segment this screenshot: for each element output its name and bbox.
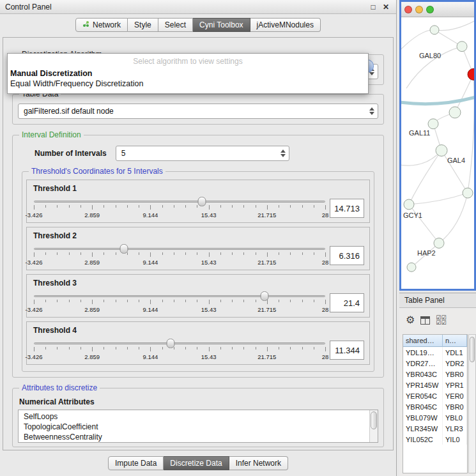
dropdown-option-manual-discretization[interactable]: Manual Discretization	[8, 68, 368, 79]
tab-jactivemnodules[interactable]: jActiveMNodules	[250, 18, 321, 32]
table-row[interactable]: YIL052CYIL0	[403, 434, 467, 445]
tab-style[interactable]: Style	[128, 18, 158, 32]
tab-cyni-toolbox[interactable]: Cyni Toolbox	[193, 18, 250, 32]
table-body: YDL19…YDL1YDR27…YDR2YBR043CYBR0YPR145WYP…	[403, 347, 467, 445]
table-cell[interactable]: YBL079W	[403, 412, 443, 423]
tab-network[interactable]: Network	[75, 18, 128, 32]
threshold-value-input[interactable]: 14.713	[330, 199, 364, 218]
table-row[interactable]: YLR345WYLR3	[403, 423, 467, 434]
threshold-slider[interactable]: -3.4262.8599.14415.4321.71528	[33, 243, 326, 268]
bottom-tab-infer-network[interactable]: Infer Network	[229, 456, 288, 470]
threshold-slider[interactable]: -3.4262.8599.14415.4321.71528	[33, 196, 326, 221]
table-data-combobox[interactable]: galFiltered.sif default node	[18, 104, 378, 119]
slider-track[interactable]	[34, 201, 325, 203]
close-icon[interactable]: ✕	[381, 3, 391, 12]
threshold-label: Threshold 1	[33, 184, 364, 193]
table-row[interactable]: YDR27…YDR2	[403, 358, 467, 369]
threshold-label: Threshold 2	[33, 231, 364, 240]
table-row[interactable]: YBR045CYBR0	[403, 401, 467, 412]
scale-label: 9.144	[143, 353, 158, 360]
numerical-attributes-list[interactable]: SelfLoopsTopologicalCoefficientBetweenne…	[18, 410, 378, 443]
network-node[interactable]	[436, 145, 447, 157]
network-node-selected[interactable]	[468, 68, 474, 80]
table-row[interactable]: YBL079WYBL0	[403, 412, 467, 423]
table-cell[interactable]: YBL0	[443, 412, 467, 423]
slider-track[interactable]	[34, 248, 325, 250]
dropdown-option-equal-width-frequency-discretization[interactable]: Equal Width/Frequency Discretization	[8, 79, 368, 89]
slider-scale-labels: -3.4262.8599.14415.4321.71528	[34, 353, 325, 361]
table-cell[interactable]: YIL0	[443, 434, 467, 445]
table-cell[interactable]: YLR3	[443, 423, 467, 434]
table-cell[interactable]: YIL052C	[403, 434, 443, 445]
table-cell[interactable]: YDL1	[443, 347, 467, 358]
list-item-topologicalcoefficient[interactable]: TopologicalCoefficient	[24, 422, 367, 432]
attributes-scrollbar-thumb[interactable]	[371, 411, 377, 429]
table-row[interactable]: YBR043CYBR0	[403, 369, 467, 380]
select-columns-icon[interactable]: ☑☑ ☑☑	[436, 315, 446, 325]
table-row[interactable]: YPR145WYPR1	[403, 380, 467, 390]
network-node[interactable]	[404, 199, 414, 210]
column-header-name[interactable]: n…	[443, 335, 467, 347]
table-cell[interactable]: YDR27…	[403, 358, 443, 369]
threshold-slider[interactable]: -3.4262.8599.14415.4321.71528	[33, 337, 326, 363]
scale-label: -3.426	[26, 211, 43, 219]
table-data-group: Table Data galFiltered.sif default node	[12, 94, 384, 125]
table-cell[interactable]: YPR1	[443, 380, 467, 390]
float-window-icon[interactable]: □	[368, 3, 378, 12]
slider-ticks	[34, 205, 325, 210]
table-cell[interactable]: YDR2	[443, 358, 467, 369]
network-node[interactable]	[449, 107, 461, 118]
table-panel-header: Table Panel	[399, 293, 476, 308]
close-traffic-light-icon[interactable]	[404, 6, 412, 13]
table-cell[interactable]: YBR043C	[403, 369, 443, 380]
tab-label: Cyni Toolbox	[199, 20, 243, 29]
column-header-shared-name[interactable]: shared…	[403, 335, 443, 347]
table-header-row: shared… n…	[403, 335, 467, 347]
table-row[interactable]: YER054CYER0	[403, 390, 467, 401]
numerical-attributes-label: Numerical Attributes	[19, 397, 378, 406]
table-cell[interactable]: YER0	[443, 390, 467, 401]
tab-select[interactable]: Select	[158, 18, 193, 32]
gear-icon[interactable]: ⚙	[406, 315, 415, 325]
zoom-traffic-light-icon[interactable]	[426, 6, 434, 13]
minimize-traffic-light-icon[interactable]	[415, 6, 423, 13]
scale-label: -3.426	[26, 259, 43, 266]
threshold-panel-3: Threshold 3 -3.4262.8599.14415.4321.7152…	[26, 274, 370, 318]
network-node[interactable]	[457, 42, 467, 52]
table-row[interactable]: YDL19…YDL1	[403, 347, 467, 358]
scale-label: -3.426	[26, 353, 43, 360]
table-scrollbar[interactable]	[468, 334, 476, 473]
attributes-scrollbar[interactable]	[369, 410, 378, 442]
threshold-value-input[interactable]: 6.316	[330, 246, 364, 265]
table-cell[interactable]: YPR145W	[403, 380, 443, 390]
network-node[interactable]	[428, 119, 438, 129]
table-panel-title: Table Panel	[404, 296, 445, 305]
network-node[interactable]	[434, 238, 444, 249]
columns-icon[interactable]	[420, 316, 430, 325]
table-cell[interactable]: YBR045C	[403, 401, 443, 412]
network-node[interactable]	[430, 26, 439, 35]
table-cell[interactable]: YER054C	[403, 390, 443, 401]
slider-track[interactable]	[34, 342, 325, 344]
table-cell[interactable]: YBR0	[443, 401, 467, 412]
network-canvas[interactable]: GAL80GAL11GAL4GCY1HAP2	[401, 17, 474, 289]
table-cell[interactable]: YDL19…	[403, 347, 443, 358]
network-window-titlebar[interactable]	[401, 2, 474, 17]
number-of-intervals-combobox[interactable]: 5	[116, 146, 289, 161]
threshold-slider[interactable]: -3.4262.8599.14415.4321.71528	[33, 290, 326, 316]
list-item-selfloops[interactable]: SelfLoops	[24, 411, 367, 422]
table-scrollbar-thumb[interactable]	[470, 337, 475, 362]
slider-track[interactable]	[34, 295, 325, 297]
bottom-tab-discretize-data[interactable]: Discretize Data	[164, 456, 229, 470]
threshold-value-input[interactable]: 21.4	[330, 293, 364, 312]
network-node[interactable]	[407, 263, 416, 272]
threshold-value-input[interactable]: 11.344	[330, 341, 364, 360]
network-node[interactable]	[463, 188, 473, 198]
number-of-intervals-label: Number of Intervals	[35, 149, 107, 158]
scale-label: 2.859	[84, 306, 100, 313]
bottom-tab-impute-data[interactable]: Impute Data	[108, 456, 164, 470]
list-item-betweennesscentrality[interactable]: BetweennessCentrality	[24, 432, 367, 442]
scale-label: 28	[322, 306, 329, 313]
table-cell[interactable]: YBR0	[443, 369, 467, 380]
table-cell[interactable]: YLR345W	[403, 423, 443, 434]
